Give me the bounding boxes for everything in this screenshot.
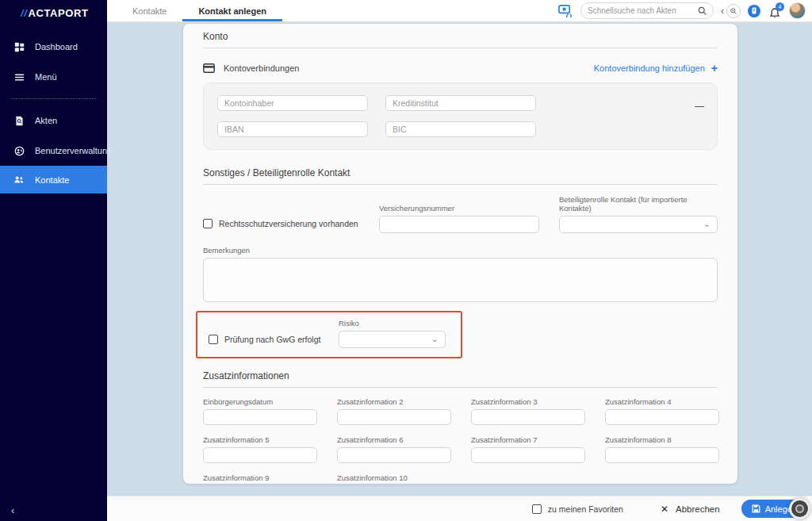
rechtsschutz-group: Rechtsschutzversicherung vorhanden [203,219,379,233]
zusatzinformation-9-label: Zusatzinformation 9 [203,473,317,482]
zusatzinformation-6-label: Zusatzinformation 6 [337,435,451,444]
sidebar-item-menu[interactable]: Menü [0,62,107,92]
add-kontoverbindung-link[interactable]: Kontoverbindung hinzufügen + [594,62,718,75]
favorites-checkbox[interactable] [532,504,542,514]
sidebar-item-label: Menü [35,72,57,82]
risiko-group: Risiko ⌄ [339,319,446,348]
versicherungsnummer-group: Versicherungsnummer [379,204,539,233]
quick-search [580,2,714,19]
einbuergerungsdatum-input[interactable] [203,409,317,425]
remove-kontoverbindung-button[interactable]: — [695,101,704,112]
notification-count-badge: 4 [776,2,784,11]
sidebar-item-kontakte[interactable]: Kontakte [0,166,107,193]
zusatzinformation-6-input[interactable] [337,447,451,463]
zusatz-field: Zusatzinformation 3 [471,397,585,425]
beteiligtenrolle-select[interactable]: ⌄ [559,216,718,233]
chevron-down-icon: ⌄ [431,334,439,344]
favorites-group: zu meinen Favoriten [532,504,623,514]
zusatzinformation-7-input[interactable] [471,447,585,463]
zusatz-field: Zusatzinformation 10 [337,473,451,484]
screen-capture-overlay-icon[interactable] [789,498,810,519]
sidebar-item-benutzerverwaltung[interactable]: Benutzerverwaltung [0,136,107,166]
zusatzinformation-7-label: Zusatzinformation 7 [471,435,585,444]
zusatz-field: Zusatzinformation 9 [203,473,317,484]
bic-input[interactable] [385,121,536,137]
iban-input[interactable] [217,121,368,137]
zusatzinformation-2-input[interactable] [337,409,451,425]
bank-row-1 [217,95,703,111]
logo-text: ACTAPORT [28,7,88,19]
sidebar-item-label: Akten [35,116,57,125]
section-heading-zusatz: Zusatzinformationen [203,370,718,381]
zusatzinformation-8-input[interactable] [605,447,719,463]
scan-sync-icon[interactable] [558,4,573,17]
logo-slashes-icon: // [21,7,27,19]
action-footer: zu meinen Favoriten ✕ Abbrechen Anlegen [107,496,812,521]
app-logo: //ACTAPORT [0,0,107,19]
zusatzinformation-3-label: Zusatzinformation 3 [471,397,585,406]
collapse-search-chevron[interactable]: ‹ [721,6,724,17]
zusatzinformation-4-input[interactable] [605,409,719,425]
search-icon[interactable] [698,6,707,15]
zusatzinformation-3-input[interactable] [471,409,585,425]
versicherungsnummer-label: Versicherungsnummer [379,204,539,213]
header-controls: ‹ 4 [558,0,812,21]
cancel-button[interactable]: ✕ Abbrechen [661,504,720,515]
beteiligtenrolle-label: Beteiligtenrolle Kontakt (für importiert… [559,195,718,213]
app-window: //ACTAPORT Dashboard Menü Akten [0,0,812,521]
search-input[interactable] [588,6,693,15]
sidebar-nav: Dashboard Menü Akten Benutzerverwaltung [0,32,107,193]
user-avatar[interactable] [789,2,806,19]
sidebar-item-dashboard[interactable]: Dashboard [0,32,107,62]
zusatzinformation-5-label: Zusatzinformation 5 [203,435,317,444]
notifications-bell-icon[interactable]: 4 [768,3,782,19]
sidebar-item-akten[interactable]: Akten [0,105,107,136]
advanced-search-group: ‹ [721,4,741,18]
kreditinstitut-input[interactable] [385,95,536,111]
zusatz-field: Zusatzinformation 8 [605,435,719,463]
sonstiges-row: Rechtsschutzversicherung vorhanden Versi… [203,195,718,233]
zusatz-field: Zusatzinformation 6 [337,435,451,463]
kontoinhaber-input[interactable] [217,95,368,111]
versicherungsnummer-input[interactable] [379,216,539,233]
tab-bar: Kontakte Kontakt anlegen [117,0,282,21]
kontoverbindungen-label: Kontoverbindungen [224,63,299,73]
file-search-icon [13,115,25,126]
user-clock-icon [13,145,25,156]
hamburger-menu-icon [13,71,25,82]
gwg-label: Prüfung nach GwG erfolgt [224,335,320,344]
sidebar: //ACTAPORT Dashboard Menü Akten [0,0,107,521]
contact-form-card: Konto Kontoverbindungen Kontoverbindung … [183,24,737,484]
sidebar-collapse-chevron[interactable]: ‹ [11,505,14,515]
zusatz-field: Zusatzinformation 4 [605,397,719,425]
zusatzinformation-8-label: Zusatzinformation 8 [605,435,719,444]
favorites-label: zu meinen Favoriten [548,504,623,514]
zusatzinformation-10-label: Zusatzinformation 10 [337,473,451,482]
sidebar-item-label: Kontakte [35,175,69,185]
section-divider [203,387,718,388]
assistant-widget-icon[interactable] [748,5,760,17]
section-divider [203,184,718,185]
zusatz-field: Einbürgerungsdatum [203,397,317,425]
zusatz-field: Zusatzinformation 7 [471,435,585,463]
tab-kontakt-anlegen[interactable]: Kontakt anlegen [182,0,282,21]
risiko-select[interactable]: ⌄ [339,331,446,348]
section-divider [203,48,718,48]
search-settings-icon[interactable] [726,4,741,18]
rechtsschutz-checkbox[interactable] [203,219,213,228]
tab-kontakte[interactable]: Kontakte [117,0,182,21]
zusatz-field: Zusatzinformation 2 [337,397,451,425]
dashboard-icon [13,41,25,52]
zusatzinformation-2-label: Zusatzinformation 2 [337,397,451,406]
zusatz-grid: Einbürgerungsdatum Zusatzinformation 2 Z… [203,397,718,484]
kontoverbindungen-row: Kontoverbindungen Kontoverbindung hinzuf… [203,62,718,75]
top-header: Kontakte Kontakt anlegen ‹ [107,0,812,22]
credit-card-icon [203,63,215,73]
bemerkungen-textarea[interactable] [203,258,718,302]
risiko-label: Risiko [339,319,446,328]
einbuergerungsdatum-label: Einbürgerungsdatum [203,397,317,406]
gwg-checkbox[interactable] [209,335,218,344]
zusatzinformation-5-input[interactable] [203,447,317,463]
gwg-annotation-box: Prüfung nach GwG erfolgt Risiko ⌄ [196,311,462,358]
zusatzinformation-4-label: Zusatzinformation 4 [605,397,719,406]
